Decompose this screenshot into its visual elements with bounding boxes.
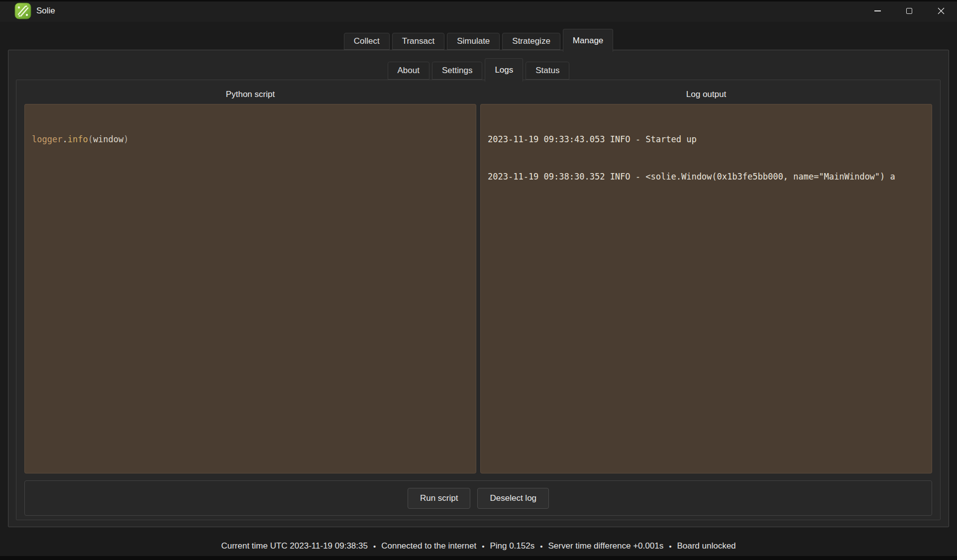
log-output-view[interactable]: 2023-11-19 09:33:43.053 INFO - Started u… (480, 104, 932, 473)
status-connection: Connected to the internet (381, 541, 476, 551)
code-token: info (68, 134, 88, 144)
code-line: logger.info(window) (32, 133, 469, 146)
bullet-separator: • (482, 542, 484, 551)
maximize-button[interactable] (893, 0, 925, 22)
titlebar: Solie (0, 0, 957, 22)
close-icon (938, 7, 945, 14)
close-button[interactable] (925, 0, 957, 22)
tab-about[interactable]: About (388, 62, 429, 80)
log-output-header: Log output (480, 90, 932, 99)
manage-sub-tab-bar: About Settings Logs Status (0, 58, 957, 82)
log-line: 2023-11-19 09:38:30.352 INFO - <solie.Wi… (488, 171, 925, 183)
tab-logs[interactable]: Logs (485, 58, 523, 82)
run-script-button[interactable]: Run script (408, 488, 471, 509)
tab-simulate[interactable]: Simulate (447, 33, 500, 50)
python-script-header: Python script (24, 90, 476, 99)
log-actions-row: Run script Deselect log (24, 480, 932, 516)
solie-logo-icon (14, 2, 31, 19)
code-token: . (62, 134, 67, 144)
code-token: logger (32, 134, 62, 144)
tab-settings[interactable]: Settings (432, 62, 482, 80)
tab-strategize[interactable]: Strategize (502, 33, 560, 50)
status-bar: Current time UTC 2023-11-19 09:38:35 • C… (0, 539, 957, 553)
status-current-time: Current time UTC 2023-11-19 09:38:35 (221, 541, 368, 551)
logs-pane: Python script Log output logger.info(win… (16, 80, 941, 520)
tab-collect[interactable]: Collect (344, 33, 390, 50)
app-window: Solie Collect Transact Simulate Strategi… (0, 0, 957, 560)
status-server-time-difference: Server time difference +0.001s (548, 541, 663, 551)
code-token: ) (123, 134, 128, 144)
minimize-icon (874, 10, 881, 11)
window-controls (861, 0, 957, 22)
deselect-log-button[interactable]: Deselect log (477, 488, 549, 509)
screen-top-edge (0, 0, 957, 1)
bullet-separator: • (669, 542, 671, 551)
bullet-separator: • (373, 542, 376, 551)
log-line: 2023-11-19 09:33:43.053 INFO - Started u… (488, 133, 925, 146)
python-script-editor[interactable]: logger.info(window) (24, 104, 476, 473)
tab-manage[interactable]: Manage (563, 29, 613, 52)
panel-headers: Python script Log output (24, 85, 932, 104)
status-ping: Ping 0.152s (490, 541, 534, 551)
tab-transact[interactable]: Transact (392, 33, 445, 50)
tab-status[interactable]: Status (526, 62, 569, 80)
window-title: Solie (36, 6, 55, 16)
main-tab-bar: Collect Transact Simulate Strategize Man… (0, 28, 957, 52)
bullet-separator: • (540, 542, 542, 551)
screen-bottom-edge (0, 556, 957, 560)
code-token: window (93, 134, 123, 144)
minimize-button[interactable] (861, 0, 893, 22)
code-token: ( (88, 134, 93, 144)
status-board-lock: Board unlocked (677, 541, 736, 551)
panels-row: logger.info(window) 2023-11-19 09:33:43.… (24, 104, 932, 473)
maximize-icon (906, 8, 912, 14)
